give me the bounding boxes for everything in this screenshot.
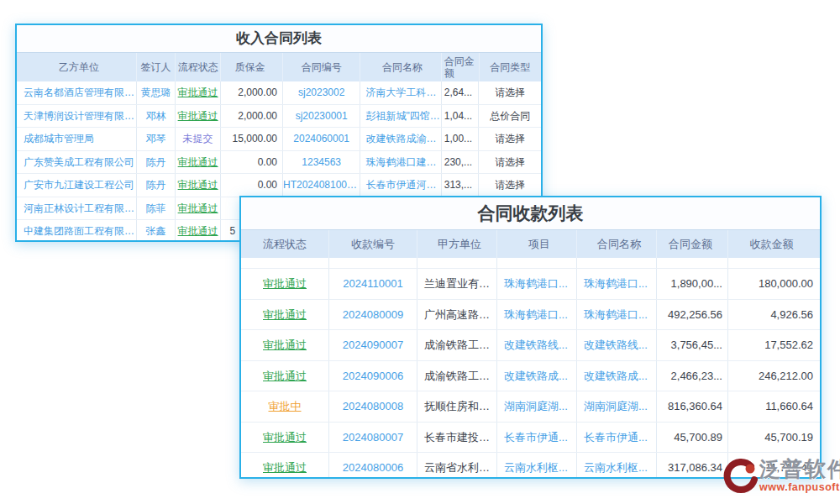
workflow-status[interactable]: 未提交 (176, 128, 222, 150)
workflow-status[interactable]: 审批通过 (176, 174, 222, 197)
income-table-col-header: 合同名称 (360, 53, 441, 81)
workflow-status[interactable]: 审批通过 (176, 81, 222, 104)
watermark-url: www.fanpusoft.com (759, 481, 840, 494)
receipt-no-link[interactable]: 2024080008 (329, 391, 417, 422)
receipt-table-header: 流程状态收款编号甲方单位项目合同名称合同金额收款金额 (241, 229, 820, 258)
contract-no-link[interactable]: 2024060001 (283, 128, 360, 150)
receipt-no-link[interactable]: 2024080006 (329, 453, 417, 479)
workflow-status[interactable]: 审批通过 (241, 361, 329, 391)
signer-link[interactable]: 陈丹 (137, 151, 176, 174)
signer-link[interactable]: 邓林 (137, 105, 176, 128)
party-a-name: 广州高速路有... (417, 300, 497, 330)
party-a-name: 长春市建投第... (417, 423, 497, 453)
signer-link[interactable]: 陈菲 (137, 197, 176, 220)
party-b-link[interactable]: 广东赞美成工程有限公司 (17, 151, 137, 174)
contract-no-link[interactable]: 1234563 (283, 151, 360, 174)
party-b-link[interactable]: 河南正林设计工程有限公司 (17, 197, 137, 220)
signer-link[interactable]: 黄思璐 (137, 81, 176, 104)
income-window-title: 收入合同列表 (17, 25, 541, 52)
workflow-status[interactable]: 审批通过 (176, 220, 222, 242)
contract-name-link[interactable]: 改建铁路成... (577, 361, 657, 391)
contract-type-select[interactable]: 总价合同 (479, 105, 541, 128)
fanpu-watermark: 泛普软件 www.fanpusoft.com (721, 456, 840, 496)
receipt-table-col-header: 收款编号 (329, 230, 417, 258)
receipt-amount: 17,552.62 (728, 330, 820, 360)
spacer-cell (577, 258, 657, 268)
party-a-name: 成渝铁路工程局 (417, 330, 497, 360)
receipt-amount: 4,926.56 (728, 300, 820, 330)
signer-link[interactable]: 邓琴 (137, 128, 176, 150)
signer-link[interactable]: 张鑫 (137, 220, 176, 242)
receipt-no-link[interactable]: 2024090007 (329, 330, 417, 360)
table-row: 审批通过2024080007长春市建投第...长春市伊通...长春市伊通...4… (241, 423, 820, 454)
contract-no-link[interactable]: sj20230001 (283, 105, 360, 128)
contract-name-link[interactable]: 长春市伊通河水... (360, 174, 441, 197)
contract-name-link[interactable]: 改建铁路线... (577, 330, 657, 360)
receipt-table-body: 审批通过2024110001兰迪置业有限...珠海鹤港口...珠海鹤港口...1… (241, 269, 820, 479)
contract-amount: 1,04... (442, 105, 480, 128)
party-b-link[interactable]: 云南名都酒店管理有限公司 (17, 81, 137, 104)
contract-name-link[interactable]: 湖南洞庭湖... (577, 391, 657, 422)
spacer-cell (728, 258, 820, 268)
contract-name-link[interactable]: 珠海鹤港口建设... (360, 151, 441, 174)
party-b-link[interactable]: 广安市九江建设工程公司 (17, 174, 137, 197)
workflow-status[interactable]: 审批通过 (241, 269, 329, 299)
income-table-col-header: 质保金 (221, 53, 283, 81)
project-link[interactable]: 改建铁路线... (497, 330, 577, 360)
contract-type-select[interactable]: 请选择 (479, 81, 541, 104)
contract-amount: 313,... (442, 174, 480, 197)
receipt-table-col-header: 流程状态 (241, 230, 329, 258)
project-link[interactable]: 珠海鹤港口... (497, 300, 577, 330)
party-b-link[interactable]: 成都城市管理局 (17, 128, 137, 150)
table-row: 成都城市管理局邓琴未提交15,000.002024060001改建铁路成渝线..… (17, 128, 541, 151)
receipt-no-link[interactable]: 2024080009 (329, 300, 417, 330)
workflow-status[interactable]: 审批通过 (176, 151, 222, 174)
contract-amount: 816,360.64 (657, 391, 728, 422)
party-a-name: 抚顺住房和城... (417, 391, 497, 422)
workflow-status[interactable]: 审批通过 (241, 423, 329, 453)
contract-amount: 1,890,00... (657, 269, 728, 299)
workflow-status[interactable]: 审批通过 (241, 330, 329, 360)
spacer-cell (241, 258, 329, 268)
contract-name-link[interactable]: 济南大学工科综... (360, 81, 441, 104)
contract-name-link[interactable]: 彭祖新城"四馆"... (360, 105, 441, 128)
project-link[interactable]: 改建铁路成... (497, 361, 577, 391)
contract-name-link[interactable]: 珠海鹤港口... (577, 300, 657, 330)
workflow-status[interactable]: 审批通过 (176, 105, 222, 128)
party-b-link[interactable]: 天津博润设计管理有限公司 (17, 105, 137, 128)
signer-link[interactable]: 陈丹 (137, 174, 176, 197)
project-link[interactable]: 云南水利枢... (497, 453, 577, 479)
contract-name-link[interactable]: 云南水利枢... (577, 453, 657, 479)
contract-name-link[interactable]: 改建铁路成渝线... (360, 128, 441, 150)
project-link[interactable]: 珠海鹤港口... (497, 269, 577, 299)
project-link[interactable]: 长春市伊通... (497, 423, 577, 453)
workflow-status[interactable]: 审批通过 (241, 300, 329, 330)
workflow-status[interactable]: 审批中 (241, 391, 329, 422)
receipt-amount: 45,700.19 (728, 423, 820, 453)
contract-no-link[interactable]: sj2023002 (283, 81, 360, 104)
receipt-table-col-header: 项目 (497, 230, 577, 258)
table-row: 云南名都酒店管理有限公司黄思璐审批通过2,000.00sj2023002济南大学… (17, 81, 541, 105)
party-a-name: 云南省水利水... (417, 453, 497, 479)
contract-type-select[interactable]: 请选择 (479, 151, 541, 174)
spacer-cell (329, 258, 417, 268)
page: 收入合同列表 乙方单位签订人流程状态质保金合同编号合同名称合同金额合同类型 云南… (0, 0, 840, 504)
workflow-status[interactable]: 审批通过 (241, 453, 329, 479)
receipt-no-link[interactable]: 2024090006 (329, 361, 417, 391)
contract-type-select[interactable]: 请选择 (479, 128, 541, 150)
income-table-col-header: 签订人 (137, 53, 176, 81)
contract-no-link[interactable]: HT2024081000... (283, 174, 360, 197)
contract-name-link[interactable]: 长春市伊通... (577, 423, 657, 453)
party-a-name: 兰迪置业有限... (417, 269, 497, 299)
receipt-no-link[interactable]: 2024080007 (329, 423, 417, 453)
table-row: 天津博润设计管理有限公司邓林审批通过2,000.00sj20230001彭祖新城… (17, 105, 541, 129)
project-link[interactable]: 湖南洞庭湖... (497, 391, 577, 422)
fanpu-logo-icon (721, 458, 758, 496)
workflow-status[interactable]: 审批通过 (176, 197, 222, 220)
contract-type-select[interactable]: 请选择 (479, 174, 541, 197)
receipt-no-link[interactable]: 2024110001 (329, 269, 417, 299)
deposit-amount: 15,000.00 (221, 128, 283, 150)
contract-name-link[interactable]: 珠海鹤港口... (577, 269, 657, 299)
party-b-link[interactable]: 中建集团路面工程有限公司 (17, 220, 137, 242)
table-row: 广安市九江建设工程公司陈丹审批通过0.00HT2024081000...长春市伊… (17, 174, 541, 197)
